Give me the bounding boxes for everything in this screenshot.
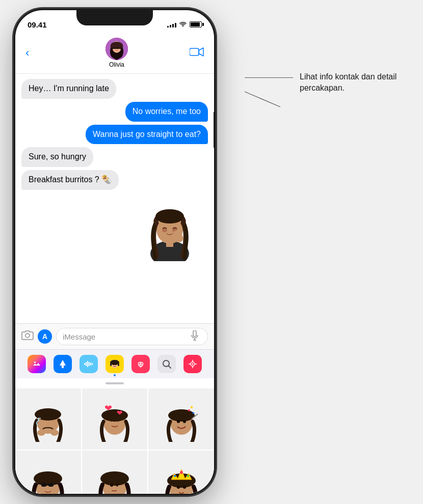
svg-point-3	[114, 47, 116, 49]
message-row-3: Wanna just go straight to eat?	[21, 125, 208, 145]
sticker-3[interactable]	[148, 388, 214, 450]
message-bubble-1[interactable]: Hey… I'm running late	[21, 79, 116, 99]
sticker-4[interactable]	[15, 451, 81, 494]
wifi-icon	[179, 21, 187, 29]
message-row-4: Sure, so hungry	[21, 147, 208, 167]
svg-point-33	[139, 363, 140, 364]
annotation-line	[245, 77, 293, 78]
avatar-image	[105, 38, 128, 60]
svg-point-43	[50, 430, 59, 436]
nav-bar: ‹ Olivi	[15, 36, 214, 74]
svg-point-54	[188, 409, 190, 411]
svg-rect-59	[48, 483, 54, 487]
svg-point-50	[177, 420, 180, 423]
message-bubble-2[interactable]: No worries, me too	[125, 102, 208, 122]
annotation: Lihat info kontak dan detail percakapan.	[296, 71, 413, 94]
svg-point-70	[180, 471, 183, 474]
svg-point-73	[177, 486, 180, 489]
tray-memoji-button[interactable]	[105, 355, 124, 373]
svg-rect-15	[193, 330, 196, 337]
sticker-5[interactable]	[82, 451, 148, 494]
svg-rect-20	[86, 362, 87, 366]
svg-point-49	[168, 409, 195, 422]
svg-point-28	[113, 363, 114, 365]
battery-icon	[190, 21, 202, 27]
camera-button[interactable]	[21, 330, 34, 343]
input-placeholder: iMessage	[63, 332, 95, 341]
svg-point-4	[118, 47, 120, 49]
annotation-text: Lihat info kontak dan detail percakapan.	[300, 71, 413, 94]
contact-center[interactable]: Olivia	[105, 38, 128, 68]
contact-avatar	[105, 38, 128, 60]
notch	[76, 10, 153, 25]
drag-handle-area	[15, 378, 214, 388]
svg-rect-23	[90, 362, 91, 366]
sticker-1[interactable]	[15, 388, 81, 450]
phone-frame: 09.41 ‹	[15, 10, 214, 494]
signal-icon	[167, 21, 176, 27]
svg-point-14	[25, 333, 30, 338]
svg-marker-6	[199, 48, 203, 56]
memoji-sticker	[137, 195, 203, 261]
mic-button[interactable]	[191, 330, 201, 343]
svg-rect-31	[118, 363, 119, 366]
svg-rect-5	[190, 48, 199, 55]
side-button	[214, 112, 214, 148]
sticker-6[interactable]	[148, 451, 214, 494]
memoji-message	[21, 195, 208, 261]
message-bubble-4[interactable]: Sure, so hungry	[21, 147, 93, 167]
svg-rect-24	[92, 363, 93, 365]
svg-point-18	[34, 361, 36, 363]
message-row-5: Breakfast burritos ? 🌯	[21, 170, 208, 190]
tray-sticker-button[interactable]	[131, 355, 150, 373]
app-tray	[15, 349, 214, 378]
video-call-button[interactable]	[190, 47, 204, 60]
message-bubble-5[interactable]: Breakfast burritos ? 🌯	[21, 170, 119, 190]
svg-rect-30	[110, 363, 112, 366]
back-button[interactable]: ‹	[25, 46, 44, 60]
status-icons	[167, 21, 202, 29]
message-row-2: No worries, me too	[21, 102, 208, 122]
svg-point-34	[141, 363, 142, 364]
svg-rect-58	[41, 483, 46, 487]
svg-rect-21	[87, 361, 88, 367]
svg-point-74	[183, 486, 186, 489]
drag-handle	[105, 382, 124, 384]
svg-point-29	[115, 363, 117, 365]
message-bubble-3[interactable]: Wanna just go straight to eat?	[86, 125, 208, 145]
tray-audio-button[interactable]	[80, 355, 98, 373]
tray-search-button[interactable]	[157, 355, 176, 373]
message-input[interactable]: iMessage	[56, 328, 208, 345]
svg-rect-52	[190, 406, 193, 408]
svg-line-36	[169, 366, 171, 369]
svg-point-57	[34, 471, 62, 486]
svg-point-71	[174, 475, 176, 477]
messages-area: Hey… I'm running late No worries, me too…	[15, 74, 214, 323]
tray-appstore-button[interactable]	[54, 355, 72, 373]
sticker-grid: ❤ ❤	[15, 388, 214, 494]
svg-text:❤: ❤	[117, 409, 123, 417]
svg-point-42	[37, 430, 45, 436]
tray-photos-button[interactable]	[28, 355, 46, 373]
svg-point-10	[155, 209, 184, 223]
contact-name: Olivia	[109, 61, 124, 68]
input-bar: A iMessage	[15, 323, 214, 349]
svg-point-51	[183, 420, 186, 423]
appstore-button[interactable]: A	[38, 329, 52, 344]
svg-text:❤: ❤	[104, 403, 112, 413]
message-row-1: Hey… I'm running late	[21, 79, 208, 99]
tray-music-button[interactable]	[183, 355, 202, 373]
sticker-2[interactable]: ❤ ❤	[82, 388, 148, 450]
status-time: 09.41	[28, 20, 47, 29]
svg-point-62	[100, 471, 129, 486]
svg-rect-22	[89, 362, 90, 366]
svg-line-75	[245, 92, 280, 107]
svg-rect-19	[84, 363, 85, 365]
svg-point-63	[110, 484, 113, 487]
svg-point-72	[187, 475, 189, 477]
svg-point-39	[192, 363, 194, 365]
